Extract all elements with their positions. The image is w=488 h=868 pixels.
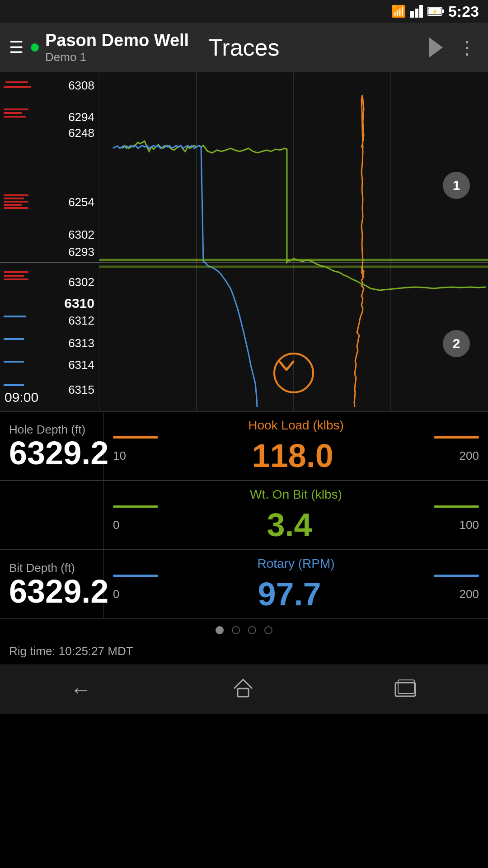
more-options-icon[interactable]: ⋮ [458, 37, 477, 58]
depth-label-6302b: 6302 [68, 275, 94, 289]
formation-bars-1 [4, 86, 31, 88]
rotary-numbers: 0 97.7 200 [113, 578, 479, 610]
svg-marker-1 [415, 9, 418, 18]
wob-min: 0 [113, 518, 119, 532]
depth-label-6294: 6294 [68, 110, 94, 124]
signal-icon [410, 5, 423, 18]
rig-time-text: Rig time: 10:25:27 MDT [9, 644, 133, 658]
bottom-panel: Hole Depth (ft) 6329.2 Hook Load (klbs) … [0, 411, 488, 665]
svg-rect-4 [442, 9, 444, 13]
hook-load-min: 10 [113, 449, 126, 463]
chart-area: 6308 6294 6248 6254 6302 [0, 72, 488, 411]
wob-title: Wt. On Bit (klbs) [113, 487, 479, 502]
well-name: Pason Demo Well [45, 31, 189, 50]
svg-marker-0 [410, 11, 414, 18]
well-sub: Demo 1 [45, 50, 189, 64]
legend-item-6254: 6254 [64, 193, 99, 211]
hook-load-row: Hole Depth (ft) 6329.2 Hook Load (klbs) … [0, 411, 488, 480]
wob-numbers: 0 3.4 100 [113, 509, 479, 541]
rotary-gauge: Rotary (RPM) 0 97.7 200 [104, 550, 488, 618]
depth-marker-6314 [4, 361, 24, 363]
depth-marker-6312 [4, 316, 26, 317]
recents-icon [394, 679, 418, 697]
wob-row: Wt. On Bit (klbs) 0 3.4 100 [0, 481, 488, 549]
depth-legend: 6308 6294 6248 6254 6302 [0, 72, 99, 411]
page-dot-4[interactable] [264, 626, 272, 634]
home-icon [232, 676, 254, 698]
depth-label-6308: 6308 [68, 79, 94, 93]
page-indicators [0, 619, 488, 642]
nav-bar: ← [0, 665, 488, 714]
hook-load-numbers: 10 118.0 200 [113, 439, 479, 472]
svg-text:⚡: ⚡ [432, 9, 438, 15]
wob-gauge: Wt. On Bit (klbs) 0 3.4 100 [104, 481, 488, 549]
depth-label-6310: 6310 [64, 296, 94, 311]
status-icons: 📶 ⚡ 5:23 [391, 3, 479, 20]
page-dot-1[interactable] [216, 626, 224, 634]
wob-right-indicator [434, 505, 479, 508]
depth-label-6314: 6314 [68, 358, 94, 372]
wob-max: 100 [460, 518, 479, 532]
page-dot-2[interactable] [232, 626, 240, 634]
sort-icon[interactable] [429, 38, 443, 57]
page-dot-3[interactable] [248, 626, 256, 634]
trace-badge-2: 2 [443, 330, 470, 357]
wifi-icon: 📶 [391, 5, 406, 19]
rotary-right-indicator [434, 575, 479, 577]
depth-label-6312: 6312 [68, 314, 94, 328]
bit-depth-value: 6329.2 [9, 575, 99, 608]
depth-label-6315: 6315 [68, 383, 94, 397]
legend-item-6313: 6313 [64, 335, 99, 352]
formation-symbol-2 [4, 108, 28, 118]
hook-load-gauge: Hook Load (klbs) 10 118.0 200 [104, 412, 488, 480]
chart-divider [0, 262, 99, 263]
depth-label-6254: 6254 [68, 195, 94, 209]
hook-load-title: Hook Load (klbs) [113, 418, 479, 433]
chevron-down-icon [275, 354, 298, 377]
svg-marker-2 [419, 5, 423, 18]
rig-time: Rig time: 10:25:27 MDT [0, 642, 488, 665]
formation-symbol-3 [4, 194, 28, 209]
legend-item-6302a: 6302 [64, 226, 99, 244]
legend-item-6294: 6294 [64, 108, 99, 126]
depth-label-6293: 6293 [68, 245, 94, 259]
time-label: 09:00 [5, 390, 38, 405]
depth-marker-6313 [4, 338, 24, 340]
rotary-max: 200 [460, 587, 479, 601]
hole-depth-panel: Hole Depth (ft) 6329.2 [0, 412, 104, 480]
rotary-left-indicator [113, 575, 158, 577]
badge-label-2: 2 [453, 336, 460, 351]
bit-depth-panel: Bit Depth (ft) 6329.2 [0, 550, 104, 618]
back-button[interactable]: ← [70, 677, 92, 702]
legend-item-6302b: 6302 [64, 274, 99, 291]
depth-marker-6315 [4, 384, 24, 386]
legend-item-6248: 6248 [64, 124, 99, 142]
legend-item-6312: 6312 [64, 312, 99, 330]
page-title: Traces [209, 34, 280, 61]
depth-label-6313: 6313 [68, 336, 94, 350]
rotary-row: Bit Depth (ft) 6329.2 Rotary (RPM) 0 97.… [0, 550, 488, 618]
legend-item-6310: 6310 [60, 294, 99, 313]
chart-canvas[interactable]: 1 2 [99, 72, 488, 411]
rotary-min: 0 [113, 587, 119, 601]
trace-badge-1: 1 [443, 172, 470, 199]
home-button[interactable] [232, 676, 254, 703]
depth-label-6302a: 6302 [68, 228, 94, 242]
depth-label-6248: 6248 [68, 126, 94, 140]
wob-value: 3.4 [119, 509, 459, 541]
formation-symbol-1 [5, 81, 28, 83]
legend-item-6314: 6314 [64, 356, 99, 374]
hook-load-value: 118.0 [126, 439, 460, 472]
svg-rect-13 [238, 689, 249, 697]
badge-label-1: 1 [453, 178, 460, 193]
well-info: Pason Demo Well Demo 1 [45, 31, 189, 64]
hole-depth-value: 6329.2 [9, 437, 99, 469]
legend-item-6315: 6315 [64, 381, 99, 399]
status-bar: 📶 ⚡ 5:23 [0, 0, 488, 23]
wob-left-indicator [113, 505, 158, 508]
scroll-down-button[interactable] [273, 353, 314, 393]
app-bar: ☰ Pason Demo Well Demo 1 Traces ⋮ [0, 23, 488, 72]
hook-load-max: 200 [460, 449, 479, 463]
menu-icon[interactable]: ☰ [9, 38, 23, 57]
recents-button[interactable] [394, 677, 418, 702]
